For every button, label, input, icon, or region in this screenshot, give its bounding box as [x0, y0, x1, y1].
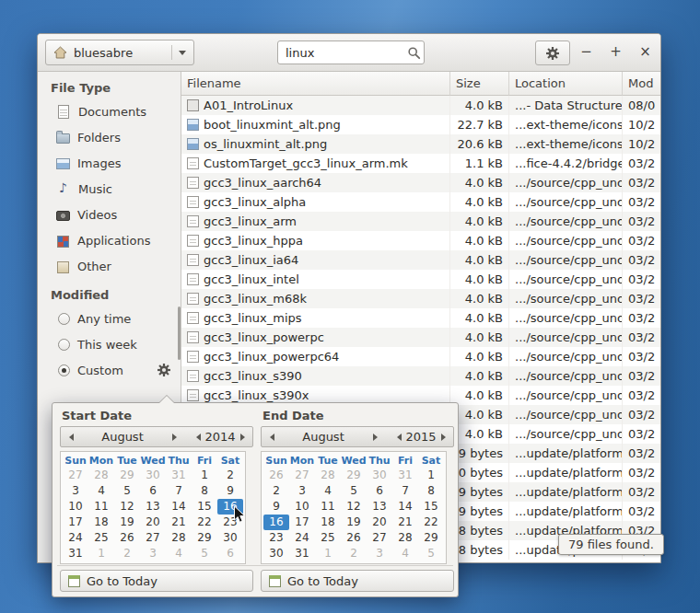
- column-header-size[interactable]: Size: [450, 72, 509, 96]
- search-input[interactable]: [278, 46, 403, 60]
- calendar-day[interactable]: 28: [88, 468, 114, 483]
- close-button[interactable]: ×: [636, 42, 655, 62]
- calendar-day[interactable]: 30: [217, 530, 243, 546]
- table-row[interactable]: gcc3_linux_hppa4.0 kB.../source/cpp_uno0…: [181, 231, 660, 250]
- calendar-day[interactable]: 19: [114, 515, 140, 530]
- calendar-day[interactable]: 1: [315, 546, 341, 561]
- column-header-location[interactable]: Location: [509, 72, 623, 96]
- modified-option-any-time[interactable]: Any time: [38, 306, 181, 331]
- calendar-day[interactable]: 10: [63, 499, 88, 515]
- modified-option-this-week[interactable]: This week: [38, 331, 181, 357]
- calendar-day[interactable]: 31: [63, 546, 88, 561]
- calendar-day[interactable]: 5: [114, 483, 140, 499]
- calendar-day[interactable]: 29: [418, 530, 444, 546]
- pane-separator-handle[interactable]: [178, 306, 181, 360]
- calendar-day[interactable]: 4: [315, 483, 341, 499]
- calendar-day[interactable]: 30: [367, 468, 392, 483]
- calendar-day[interactable]: 5: [418, 546, 444, 561]
- calendar-day[interactable]: 29: [192, 530, 217, 546]
- sidebar-item-videos[interactable]: Videos: [38, 202, 181, 227]
- column-header-filename[interactable]: Filename: [181, 72, 450, 96]
- calendar-day[interactable]: 27: [367, 530, 392, 546]
- calendar-day[interactable]: 4: [392, 546, 418, 561]
- calendar-day[interactable]: 27: [289, 468, 315, 483]
- calendar-day[interactable]: 5: [192, 546, 217, 561]
- calendar-day[interactable]: 2: [217, 468, 243, 483]
- table-row[interactable]: gcc3_linux_powerpc644.0 kB.../source/cpp…: [181, 347, 660, 366]
- calendar-day[interactable]: 22: [418, 515, 444, 530]
- calendar-day[interactable]: 16: [263, 515, 289, 530]
- calendar-day[interactable]: 25: [315, 530, 341, 546]
- radio-button[interactable]: [58, 339, 70, 351]
- calendar-day[interactable]: 14: [166, 499, 192, 515]
- sidebar-item-applications[interactable]: Applications: [38, 227, 181, 253]
- calendar-day[interactable]: 1: [192, 468, 217, 483]
- calendar-day[interactable]: 29: [341, 468, 367, 483]
- calendar-day[interactable]: 15: [192, 499, 217, 515]
- sidebar-item-other[interactable]: Other: [38, 253, 181, 279]
- sidebar-item-documents[interactable]: Documents: [38, 98, 181, 124]
- calendar-day[interactable]: 22: [192, 515, 217, 530]
- radio-button[interactable]: [58, 364, 70, 376]
- calendar-day[interactable]: 25: [88, 530, 114, 546]
- calendar-day[interactable]: 31: [289, 546, 315, 561]
- folder-chooser-button[interactable]: bluesabre: [45, 40, 194, 65]
- calendar-day[interactable]: 28: [166, 530, 192, 546]
- table-row[interactable]: gcc3_linux_arm4.0 kB.../source/cpp_uno03…: [181, 212, 660, 231]
- calendar-day[interactable]: 17: [63, 515, 88, 530]
- calendar-day[interactable]: 8: [418, 483, 444, 499]
- calendar-day[interactable]: 7: [166, 483, 192, 499]
- sidebar-item-images[interactable]: Images: [38, 150, 181, 176]
- sidebar-item-music[interactable]: Music: [38, 176, 181, 202]
- prev-year-button[interactable]: [192, 434, 204, 441]
- calendar-day[interactable]: 23: [263, 530, 289, 546]
- calendar-day[interactable]: 15: [418, 499, 444, 515]
- calendar-day[interactable]: 27: [63, 468, 88, 483]
- calendar-day[interactable]: 30: [140, 468, 166, 483]
- calendar-day[interactable]: 20: [367, 515, 392, 530]
- table-row[interactable]: os_linuxmint_alt.png20.6 kB...ext-theme/…: [181, 134, 660, 154]
- calendar-day[interactable]: 26: [114, 530, 140, 546]
- calendar-day[interactable]: 28: [315, 468, 341, 483]
- calendar-day[interactable]: 11: [315, 499, 341, 515]
- calendar-day[interactable]: 21: [392, 515, 418, 530]
- calendar-day[interactable]: 26: [263, 468, 289, 483]
- calendar-day[interactable]: 6: [140, 483, 166, 499]
- calendar-day[interactable]: 30: [263, 546, 289, 561]
- calendar-day[interactable]: 12: [114, 499, 140, 515]
- modified-option-custom[interactable]: Custom: [38, 357, 181, 383]
- calendar-day[interactable]: 3: [367, 546, 392, 561]
- calendar-day[interactable]: 3: [63, 483, 88, 499]
- calendar-day[interactable]: 2: [341, 546, 367, 561]
- calendar-day[interactable]: 26: [341, 530, 367, 546]
- calendar-day[interactable]: 17: [289, 515, 315, 530]
- calendar-day[interactable]: 9: [263, 499, 289, 515]
- table-row[interactable]: gcc3_linux_intel4.0 kB.../source/cpp_uno…: [181, 270, 660, 289]
- calendar-day[interactable]: 31: [392, 468, 418, 483]
- calendar-day[interactable]: 14: [392, 499, 418, 515]
- calendar-day[interactable]: 4: [88, 483, 114, 499]
- calendar-day[interactable]: 3: [289, 483, 315, 499]
- prev-year-button[interactable]: [393, 434, 404, 441]
- calendar-day[interactable]: 3: [140, 546, 166, 561]
- next-year-button[interactable]: [237, 434, 248, 441]
- next-month-button[interactable]: [169, 434, 180, 441]
- search-icon[interactable]: [403, 46, 424, 60]
- calendar-day[interactable]: 6: [217, 546, 243, 561]
- radio-button[interactable]: [58, 313, 70, 325]
- calendar-day[interactable]: 8: [192, 483, 217, 499]
- calendar-day[interactable]: 11: [88, 499, 114, 515]
- prev-month-button[interactable]: [266, 434, 277, 441]
- calendar-day[interactable]: 31: [166, 468, 192, 483]
- next-year-button[interactable]: [438, 434, 449, 441]
- calendar-day[interactable]: 18: [315, 515, 341, 530]
- settings-button[interactable]: [535, 40, 570, 65]
- calendar-day[interactable]: 13: [140, 499, 166, 515]
- sidebar-item-folders[interactable]: Folders: [38, 124, 181, 150]
- custom-date-settings-button[interactable]: [157, 363, 171, 377]
- calendar-day[interactable]: 1: [88, 546, 114, 561]
- table-row[interactable]: gcc3_linux_ia644.0 kB.../source/cpp_uno0…: [181, 250, 660, 270]
- calendar-day[interactable]: 2: [114, 546, 140, 561]
- calendar-day[interactable]: 28: [392, 530, 418, 546]
- calendar-day[interactable]: 19: [341, 515, 367, 530]
